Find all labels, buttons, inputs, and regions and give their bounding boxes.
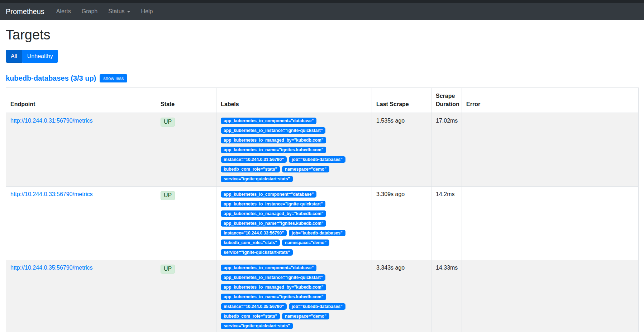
label-badge: namespace="demo" (282, 313, 329, 319)
endpoint-link[interactable]: http://10.244.0.31:56790/metrics (10, 118, 92, 124)
nav-item-status-label: Status (108, 8, 124, 15)
label-badge: job="kubedb-databases" (289, 303, 345, 310)
last-scrape-value: 3.343s ago (376, 265, 405, 271)
label-badge: kubedb_com_role="stats" (221, 239, 280, 246)
header-endpoint: Endpoint (6, 88, 156, 113)
label-badge: kubedb_com_role="stats" (221, 166, 280, 172)
state-badge: UP (161, 265, 175, 274)
labels-cell: app_kubernetes_io_component="database"ap… (216, 113, 372, 187)
targets-page: Prometheus Alerts Graph Status Help Targ… (0, 0, 644, 332)
targets-table: Endpoint State Labels Last Scrape Scrape… (6, 87, 639, 332)
filter-unhealthy-button[interactable]: Unhealthy (22, 50, 58, 63)
label-badge: instance="10.244.0.33:56790" (221, 230, 287, 236)
label-badge: app_kubernetes_io_managed_by="kubedb.com… (221, 284, 326, 290)
label-badge: instance="10.244.0.35:56790" (221, 303, 287, 310)
header-last-scrape: Last Scrape (372, 88, 431, 113)
label-badge: app_kubernetes_io_name="ignites.kubedb.c… (221, 294, 326, 300)
endpoint-link[interactable]: http://10.244.0.35:56790/metrics (10, 265, 92, 271)
scrape-duration-cell: 14.33ms (431, 260, 462, 332)
header-state: State (156, 88, 216, 113)
labels-container: app_kubernetes_io_component="database"ap… (221, 191, 367, 256)
endpoint-cell: http://10.244.0.33:56790/metrics (6, 187, 156, 260)
error-cell (462, 260, 639, 332)
nav-item-help-label: Help (141, 8, 153, 15)
label-badge: kubedb_com_role="stats" (221, 313, 280, 319)
target-row: http://10.244.0.33:56790/metrics UP app_… (6, 187, 639, 260)
last-scrape-cell: 3.309s ago (372, 187, 431, 260)
scrape-duration-value: 14.2ms (436, 191, 454, 197)
label-badge: instance="10.244.0.31:56790" (221, 156, 287, 163)
state-cell: UP (156, 260, 216, 332)
main-content: Targets All Unhealthy kubedb-databases (… (0, 27, 644, 332)
label-badge: app_kubernetes_io_name="ignites.kubedb.c… (221, 147, 326, 153)
job-group-title: kubedb-databases (3/3 up) (6, 74, 96, 82)
window-top-strip (0, 0, 644, 3)
label-badge: app_kubernetes_io_managed_by="kubedb.com… (221, 137, 326, 143)
last-scrape-value: 3.309s ago (376, 191, 405, 197)
nav-item-help[interactable]: Help (136, 5, 158, 18)
endpoint-cell: http://10.244.0.31:56790/metrics (6, 113, 156, 187)
labels-container: app_kubernetes_io_component="database"ap… (221, 265, 367, 329)
table-header-row: Endpoint State Labels Last Scrape Scrape… (6, 88, 639, 113)
state-cell: UP (156, 113, 216, 187)
label-badge: app_kubernetes_io_component="database" (221, 191, 316, 198)
target-filter-group: All Unhealthy (6, 50, 58, 63)
nav-item-alerts-label: Alerts (56, 8, 71, 15)
state-badge: UP (161, 191, 175, 200)
label-badge: app_kubernetes_io_instance="ignite-quick… (221, 274, 325, 281)
label-badge: service="ignite-quickstart-stats" (221, 323, 293, 329)
label-badge: service="ignite-quickstart-stats" (221, 176, 293, 182)
label-badge: job="kubedb-databases" (289, 156, 345, 163)
last-scrape-cell: 1.535s ago (372, 113, 431, 187)
error-cell (462, 187, 639, 260)
filter-all-button[interactable]: All (6, 50, 22, 63)
label-badge: app_kubernetes_io_component="database" (221, 118, 316, 124)
state-cell: UP (156, 187, 216, 260)
endpoint-cell: http://10.244.0.35:56790/metrics (6, 260, 156, 332)
header-labels: Labels (216, 88, 372, 113)
navbar: Prometheus Alerts Graph Status Help (0, 3, 644, 20)
error-cell (462, 113, 639, 187)
labels-container: app_kubernetes_io_component="database"ap… (221, 118, 367, 182)
page-title: Targets (6, 27, 639, 43)
target-row: http://10.244.0.31:56790/metrics UP app_… (6, 113, 639, 187)
label-badge: app_kubernetes_io_name="ignites.kubedb.c… (221, 220, 326, 227)
chevron-down-icon (127, 11, 130, 13)
label-badge: app_kubernetes_io_instance="ignite-quick… (221, 201, 325, 207)
last-scrape-cell: 3.343s ago (372, 260, 431, 332)
scrape-duration-value: 17.02ms (436, 118, 458, 124)
target-row: http://10.244.0.35:56790/metrics UP app_… (6, 260, 639, 332)
header-error: Error (462, 88, 639, 113)
show-less-button[interactable]: show less (100, 74, 127, 82)
job-group-header: kubedb-databases (3/3 up) show less (6, 74, 639, 82)
label-badge: namespace="demo" (282, 166, 329, 172)
nav-item-graph-label: Graph (82, 8, 97, 15)
labels-cell: app_kubernetes_io_component="database"ap… (216, 260, 372, 332)
label-badge: service="ignite-quickstart-stats" (221, 249, 293, 256)
nav-item-status[interactable]: Status (103, 5, 135, 18)
endpoint-link[interactable]: http://10.244.0.33:56790/metrics (10, 191, 92, 197)
header-scrape-duration: Scrape Duration (431, 88, 462, 113)
labels-cell: app_kubernetes_io_component="database"ap… (216, 187, 372, 260)
brand-link[interactable]: Prometheus (6, 8, 44, 16)
state-badge: UP (161, 118, 175, 127)
label-badge: job="kubedb-databases" (289, 230, 345, 236)
label-badge: app_kubernetes_io_managed_by="kubedb.com… (221, 210, 326, 217)
nav-item-graph[interactable]: Graph (76, 5, 103, 18)
scrape-duration-value: 14.33ms (436, 265, 458, 271)
label-badge: app_kubernetes_io_component="database" (221, 265, 316, 271)
last-scrape-value: 1.535s ago (376, 118, 405, 124)
scrape-duration-cell: 17.02ms (431, 113, 462, 187)
label-badge: namespace="demo" (282, 239, 329, 246)
label-badge: app_kubernetes_io_instance="ignite-quick… (221, 127, 325, 134)
scrape-duration-cell: 14.2ms (431, 187, 462, 260)
nav-item-alerts[interactable]: Alerts (51, 5, 76, 18)
